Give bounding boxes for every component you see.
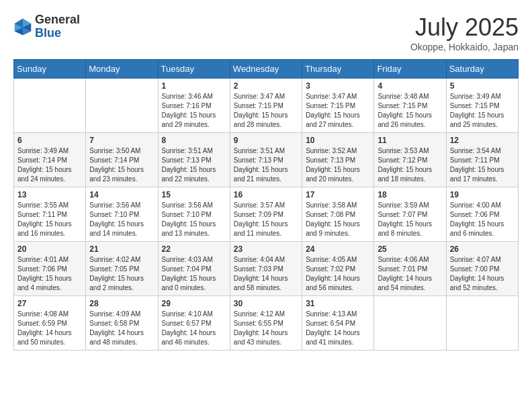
- day-info: Sunrise: 3:48 AM Sunset: 7:15 PM Dayligh…: [378, 92, 442, 130]
- day-info: Sunrise: 3:56 AM Sunset: 7:10 PM Dayligh…: [89, 201, 154, 238]
- day-number: 12: [450, 136, 515, 145]
- day-number: 8: [162, 136, 226, 145]
- day-number: 11: [378, 136, 442, 145]
- calendar-day-cell: 28Sunrise: 4:09 AM Sunset: 6:58 PM Dayli…: [86, 296, 158, 351]
- weekday-header: Monday: [86, 60, 158, 79]
- page-header: General Blue July 2025 Okoppe, Hokkaido,…: [13, 13, 519, 52]
- day-number: 17: [306, 190, 370, 199]
- weekday-header: Wednesday: [230, 60, 302, 79]
- logo: General Blue: [13, 13, 80, 40]
- calendar-body: 1Sunrise: 3:46 AM Sunset: 7:16 PM Daylig…: [14, 79, 519, 351]
- day-number: 4: [378, 81, 442, 91]
- calendar-day-cell: 21Sunrise: 4:02 AM Sunset: 7:05 PM Dayli…: [86, 242, 158, 296]
- day-number: 16: [234, 190, 298, 199]
- day-info: Sunrise: 3:47 AM Sunset: 7:15 PM Dayligh…: [234, 92, 298, 130]
- day-info: Sunrise: 3:49 AM Sunset: 7:15 PM Dayligh…: [450, 92, 515, 130]
- day-info: Sunrise: 3:49 AM Sunset: 7:14 PM Dayligh…: [17, 146, 82, 184]
- day-number: 10: [306, 136, 370, 145]
- day-info: Sunrise: 4:10 AM Sunset: 6:57 PM Dayligh…: [162, 310, 226, 347]
- day-info: Sunrise: 4:07 AM Sunset: 7:00 PM Dayligh…: [450, 255, 515, 293]
- day-number: 7: [89, 136, 154, 145]
- calendar-day-cell: 18Sunrise: 3:59 AM Sunset: 7:07 PM Dayli…: [374, 187, 446, 242]
- calendar-week-row: 1Sunrise: 3:46 AM Sunset: 7:16 PM Daylig…: [14, 79, 519, 133]
- day-number: 18: [378, 190, 442, 199]
- day-info: Sunrise: 4:08 AM Sunset: 6:59 PM Dayligh…: [17, 310, 82, 347]
- calendar-day-cell: 23Sunrise: 4:04 AM Sunset: 7:03 PM Dayli…: [230, 242, 302, 296]
- calendar-day-cell: 20Sunrise: 4:01 AM Sunset: 7:06 PM Dayli…: [14, 242, 86, 296]
- weekday-header: Thursday: [302, 60, 374, 79]
- day-number: 31: [306, 299, 370, 308]
- day-number: 13: [17, 190, 82, 199]
- day-number: 19: [450, 190, 515, 199]
- day-info: Sunrise: 4:09 AM Sunset: 6:58 PM Dayligh…: [89, 310, 154, 347]
- day-info: Sunrise: 4:06 AM Sunset: 7:01 PM Dayligh…: [378, 255, 442, 293]
- calendar-day-cell: 1Sunrise: 3:46 AM Sunset: 7:16 PM Daylig…: [158, 79, 230, 133]
- calendar-day-cell: 17Sunrise: 3:58 AM Sunset: 7:08 PM Dayli…: [302, 187, 374, 242]
- title-block: July 2025 Okoppe, Hokkaido, Japan: [410, 13, 519, 52]
- weekday-header: Tuesday: [158, 60, 230, 79]
- calendar-day-cell: 7Sunrise: 3:50 AM Sunset: 7:14 PM Daylig…: [86, 133, 158, 187]
- day-info: Sunrise: 3:46 AM Sunset: 7:16 PM Dayligh…: [162, 92, 226, 130]
- month-title: July 2025: [410, 13, 519, 42]
- day-info: Sunrise: 4:00 AM Sunset: 7:06 PM Dayligh…: [450, 201, 515, 238]
- calendar-day-cell: 14Sunrise: 3:56 AM Sunset: 7:10 PM Dayli…: [86, 187, 158, 242]
- day-number: 15: [162, 190, 226, 199]
- day-number: 6: [17, 136, 82, 145]
- day-number: 20: [17, 244, 82, 254]
- day-info: Sunrise: 4:13 AM Sunset: 6:54 PM Dayligh…: [306, 310, 370, 347]
- day-info: Sunrise: 3:56 AM Sunset: 7:10 PM Dayligh…: [162, 201, 226, 238]
- logo-text: General Blue: [35, 13, 80, 40]
- day-info: Sunrise: 3:51 AM Sunset: 7:13 PM Dayligh…: [162, 146, 226, 184]
- calendar-day-cell: 25Sunrise: 4:06 AM Sunset: 7:01 PM Dayli…: [374, 242, 446, 296]
- calendar-day-cell: 6Sunrise: 3:49 AM Sunset: 7:14 PM Daylig…: [14, 133, 86, 187]
- calendar-day-cell: 8Sunrise: 3:51 AM Sunset: 7:13 PM Daylig…: [158, 133, 230, 187]
- calendar-day-cell: 13Sunrise: 3:55 AM Sunset: 7:11 PM Dayli…: [14, 187, 86, 242]
- logo-general: General: [35, 13, 80, 27]
- day-info: Sunrise: 4:12 AM Sunset: 6:55 PM Dayligh…: [234, 310, 298, 347]
- day-info: Sunrise: 4:01 AM Sunset: 7:06 PM Dayligh…: [17, 255, 82, 293]
- weekday-header: Sunday: [14, 60, 86, 79]
- calendar-day-cell: [446, 296, 518, 351]
- day-number: 21: [89, 244, 154, 254]
- calendar-day-cell: 29Sunrise: 4:10 AM Sunset: 6:57 PM Dayli…: [158, 296, 230, 351]
- calendar-day-cell: [86, 79, 158, 133]
- calendar-day-cell: 4Sunrise: 3:48 AM Sunset: 7:15 PM Daylig…: [374, 79, 446, 133]
- calendar-day-cell: [14, 79, 86, 133]
- calendar-day-cell: 31Sunrise: 4:13 AM Sunset: 6:54 PM Dayli…: [302, 296, 374, 351]
- calendar-week-row: 27Sunrise: 4:08 AM Sunset: 6:59 PM Dayli…: [14, 296, 519, 351]
- location: Okoppe, Hokkaido, Japan: [410, 42, 519, 52]
- day-number: 22: [162, 244, 226, 254]
- day-info: Sunrise: 3:58 AM Sunset: 7:08 PM Dayligh…: [306, 201, 370, 238]
- day-info: Sunrise: 3:52 AM Sunset: 7:13 PM Dayligh…: [306, 146, 370, 184]
- day-number: 1: [162, 81, 226, 91]
- day-number: 28: [89, 299, 154, 308]
- calendar-day-cell: 3Sunrise: 3:47 AM Sunset: 7:15 PM Daylig…: [302, 79, 374, 133]
- day-number: 25: [378, 244, 442, 254]
- day-number: 14: [89, 190, 154, 199]
- calendar-day-cell: 22Sunrise: 4:03 AM Sunset: 7:04 PM Dayli…: [158, 242, 230, 296]
- day-info: Sunrise: 4:04 AM Sunset: 7:03 PM Dayligh…: [234, 255, 298, 293]
- calendar-day-cell: [374, 296, 446, 351]
- day-number: 26: [450, 244, 515, 254]
- day-info: Sunrise: 3:51 AM Sunset: 7:13 PM Dayligh…: [234, 146, 298, 184]
- weekday-header: Friday: [374, 60, 446, 79]
- calendar-week-row: 6Sunrise: 3:49 AM Sunset: 7:14 PM Daylig…: [14, 133, 519, 187]
- calendar-day-cell: 16Sunrise: 3:57 AM Sunset: 7:09 PM Dayli…: [230, 187, 302, 242]
- calendar: SundayMondayTuesdayWednesdayThursdayFrid…: [13, 59, 519, 351]
- day-number: 23: [234, 244, 298, 254]
- day-info: Sunrise: 4:05 AM Sunset: 7:02 PM Dayligh…: [306, 255, 370, 293]
- day-number: 29: [162, 299, 226, 308]
- day-number: 2: [234, 81, 298, 91]
- day-info: Sunrise: 3:50 AM Sunset: 7:14 PM Dayligh…: [89, 146, 154, 184]
- weekday-header: Saturday: [446, 60, 518, 79]
- calendar-day-cell: 26Sunrise: 4:07 AM Sunset: 7:00 PM Dayli…: [446, 242, 518, 296]
- day-info: Sunrise: 3:59 AM Sunset: 7:07 PM Dayligh…: [378, 201, 442, 238]
- calendar-day-cell: 30Sunrise: 4:12 AM Sunset: 6:55 PM Dayli…: [230, 296, 302, 351]
- calendar-header: SundayMondayTuesdayWednesdayThursdayFrid…: [14, 60, 519, 79]
- calendar-day-cell: 11Sunrise: 3:53 AM Sunset: 7:12 PM Dayli…: [374, 133, 446, 187]
- calendar-day-cell: 19Sunrise: 4:00 AM Sunset: 7:06 PM Dayli…: [446, 187, 518, 242]
- day-info: Sunrise: 3:47 AM Sunset: 7:15 PM Dayligh…: [306, 92, 370, 130]
- calendar-day-cell: 9Sunrise: 3:51 AM Sunset: 7:13 PM Daylig…: [230, 133, 302, 187]
- calendar-day-cell: 12Sunrise: 3:54 AM Sunset: 7:11 PM Dayli…: [446, 133, 518, 187]
- day-number: 27: [17, 299, 82, 308]
